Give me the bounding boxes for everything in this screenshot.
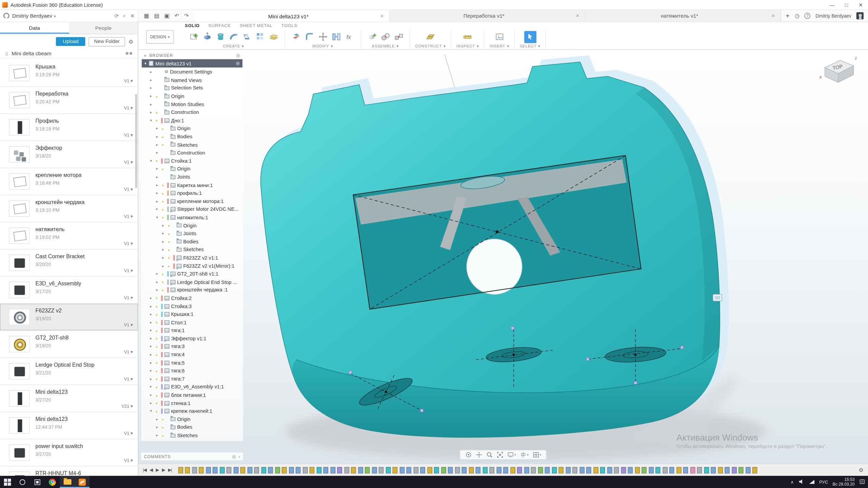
expand-arrow-icon[interactable]: ▸	[150, 369, 154, 373]
visibility-bulb-icon[interactable]: ●	[156, 401, 159, 405]
browser-root-item[interactable]: ▾ Mini delta123 v1 ◎	[142, 59, 242, 67]
timeline-feature-icon[interactable]	[607, 467, 612, 473]
timeline-feature-icon[interactable]	[240, 467, 245, 473]
timeline-feature-icon[interactable]	[282, 467, 287, 473]
timeline-feature-icon[interactable]	[524, 467, 529, 473]
expand-arrow-icon[interactable]: ▸	[150, 312, 154, 317]
viewports-icon[interactable]	[532, 451, 541, 458]
browser-tree-item[interactable]: ▸ ● Lerdge Optical End Stop ...	[142, 278, 242, 286]
browser-tree-item[interactable]: ▸ ● Стол:1	[142, 318, 242, 326]
as-built-joint-icon[interactable]	[393, 31, 405, 43]
visibility-bulb-icon[interactable]: ●	[168, 264, 172, 268]
visibility-bulb-icon[interactable]: ●	[156, 119, 159, 122]
tab-data[interactable]: Data	[0, 22, 69, 34]
timeline-feature-icon[interactable]	[593, 467, 598, 473]
timeline-feature-icon[interactable]	[621, 467, 626, 473]
visibility-bulb-icon[interactable]: ●	[162, 199, 165, 203]
timeline-feature-icon[interactable]	[656, 467, 661, 473]
section-widget[interactable]	[713, 294, 722, 301]
user-menu[interactable]: Dmitriy Berdyaev	[12, 13, 56, 19]
browser-tree-item[interactable]: ▸ ● Origin	[142, 222, 242, 230]
ribbon-group-label[interactable]: MODIFY	[312, 44, 333, 49]
timeline-feature-icon[interactable]	[469, 467, 474, 473]
data-panel-item[interactable]: натяжитель 3:19:02 PM V1 ▾	[0, 222, 138, 249]
browser-tree-item[interactable]: ▸ ● Стойка:2	[142, 294, 242, 302]
sweep-icon[interactable]	[228, 31, 240, 43]
grid-settings-icon[interactable]	[520, 451, 529, 458]
item-version-badge[interactable]: V1 ▾	[124, 187, 133, 192]
expand-arrow-icon[interactable]: ▸	[150, 86, 154, 90]
data-panel-item[interactable]: крепление мотора 3:18:48 PM V1 ▾	[0, 168, 138, 195]
collapse-browser-icon[interactable]: «	[144, 53, 146, 58]
expand-arrow-icon[interactable]: ▸	[150, 361, 154, 365]
timeline-feature-icon[interactable]	[220, 467, 225, 473]
timeline-feature-icon[interactable]	[296, 467, 301, 473]
browser-tree-item[interactable]: ▸ ● Construction	[142, 149, 242, 157]
browser-tree-item[interactable]: ▸ ● тяга:3	[142, 343, 242, 351]
go-to-start-icon[interactable]: |◀	[143, 468, 146, 473]
fit-icon[interactable]	[497, 451, 504, 458]
browser-tree-item[interactable]: ▸ ● тяга:7	[142, 375, 242, 383]
expand-comments-icon[interactable]: ›	[238, 454, 240, 459]
visibility-bulb-icon[interactable]: ●	[168, 256, 172, 260]
visibility-bulb-icon[interactable]: ●	[162, 127, 165, 130]
data-panel-item[interactable]: power input suwitch 3/27/20 V1 ▾	[0, 439, 138, 466]
expand-arrow-icon[interactable]: ▾	[150, 118, 154, 123]
visibility-bulb-icon[interactable]: ●	[162, 288, 165, 292]
timeline-feature-icon[interactable]	[386, 467, 391, 473]
visibility-bulb-icon[interactable]: ●	[156, 159, 159, 163]
visibility-bulb-icon[interactable]: ●	[156, 304, 159, 308]
thicken-icon[interactable]	[268, 31, 280, 43]
timeline-feature-icon[interactable]	[337, 467, 342, 473]
expand-arrow-icon[interactable]: ▸	[156, 183, 160, 187]
timeline-feature-icon[interactable]	[407, 467, 412, 473]
new-document-icon[interactable]: +	[786, 12, 790, 20]
timeline-feature-icon[interactable]	[331, 467, 336, 473]
visibility-bulb-icon[interactable]: ●	[162, 183, 165, 187]
timeline-feature-icon[interactable]	[559, 467, 564, 473]
play-icon[interactable]: ▶	[156, 468, 158, 473]
browser-tree-item[interactable]: ▸ ● Origin	[142, 125, 242, 133]
visibility-bulb-icon[interactable]: ●	[156, 353, 159, 357]
visibility-bulb-icon[interactable]: ●	[168, 240, 172, 243]
expand-arrow-icon[interactable]: ▸	[150, 78, 154, 82]
clock[interactable]: 15:53 Вс 29.03.20	[832, 477, 854, 487]
tab-people[interactable]: People	[69, 22, 138, 34]
file-menu-icon[interactable]: ▤	[154, 13, 159, 19]
browser-tree-item[interactable]: ▾ ● Стойка:1	[142, 157, 242, 165]
visibility-bulb-icon[interactable]: ●	[156, 312, 159, 316]
ribbon-tab-surface[interactable]: SURFACE	[209, 23, 231, 28]
browser-tree-item[interactable]: ▾ ● Дно:1	[142, 117, 242, 125]
expand-arrow-icon[interactable]: ▸	[162, 264, 166, 268]
task-view-button[interactable]	[30, 476, 45, 488]
timeline-feature-icon[interactable]	[455, 467, 460, 473]
job-status-icon[interactable]: ◷	[795, 13, 800, 19]
timeline-feature-icon[interactable]	[344, 467, 349, 473]
pan-icon[interactable]	[476, 451, 482, 458]
search-button[interactable]	[15, 476, 30, 488]
browser-tree-item[interactable]: ▸ ● Construction	[142, 108, 242, 117]
expand-arrow-icon[interactable]: ▸	[156, 135, 160, 139]
members-icon[interactable]	[126, 52, 129, 55]
pattern-icon[interactable]	[254, 31, 266, 43]
item-version-badge[interactable]: V1 ▾	[124, 106, 133, 111]
timeline-feature-icon[interactable]	[413, 467, 418, 473]
expand-arrow-icon[interactable]: ▸	[150, 377, 154, 381]
insert-canvas-icon[interactable]	[493, 31, 506, 43]
data-panel-item[interactable]: F623ZZ v2 3/19/20 V1 ▾	[0, 304, 138, 331]
item-version-badge[interactable]: V21 ▾	[121, 404, 133, 409]
timeline-feature-icon[interactable]	[427, 467, 432, 473]
timeline-feature-icon[interactable]	[496, 467, 501, 473]
browser-tree-item[interactable]: ▸ ● стенка:1	[142, 399, 242, 407]
item-version-badge[interactable]: V1 ▾	[124, 296, 133, 301]
timeline-feature-icon[interactable]	[379, 467, 384, 473]
timeline-feature-icon[interactable]	[600, 467, 606, 473]
browser-tree-item[interactable]: ▸ ● Bodies	[142, 423, 242, 431]
visibility-bulb-icon[interactable]: ●	[156, 110, 159, 114]
ribbon-group-label[interactable]: CONSTRUCT	[415, 44, 446, 49]
align-icon[interactable]	[330, 31, 342, 43]
visibility-bulb-icon[interactable]: ●	[168, 248, 172, 251]
expand-arrow-icon[interactable]: ▸	[162, 231, 166, 236]
timeline-settings-icon[interactable]: ⚙	[854, 467, 868, 473]
search-icon[interactable]: ⌕	[123, 13, 126, 19]
